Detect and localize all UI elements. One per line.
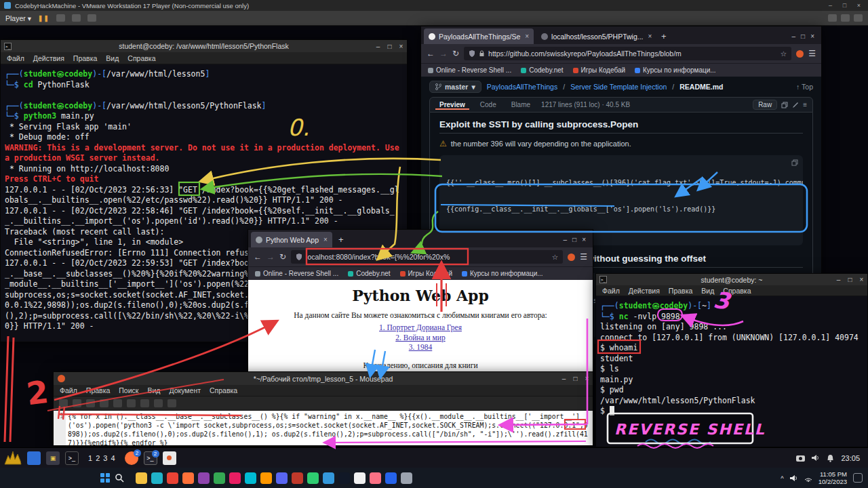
maximize-button[interactable]: □: [801, 33, 805, 40]
minimize-button[interactable]: –: [792, 33, 796, 40]
maximize-button[interactable]: □: [572, 236, 576, 243]
minimize-button[interactable]: –: [372, 43, 384, 50]
workspace-number[interactable]: 1: [88, 454, 92, 462]
bookmark-item[interactable]: Online - Reverse Shell ...: [428, 66, 511, 74]
fullscreen-button[interactable]: [841, 14, 850, 22]
top-link[interactable]: ↑ Top: [796, 83, 813, 91]
tab-localhost-phptwig[interactable]: localhost/lesson5/PHPTwig... ×: [536, 28, 655, 44]
menu-item[interactable]: Справка: [127, 54, 155, 62]
bookmark-item[interactable]: Игры Кодебай: [573, 66, 625, 74]
close-button[interactable]: ×: [856, 276, 867, 283]
undo-icon[interactable]: [100, 399, 108, 407]
edit-pencil-icon[interactable]: [792, 102, 799, 108]
url-bar[interactable]: https://github.com/swisskyrepo/PayloadsA…: [464, 47, 791, 60]
tab-preview[interactable]: Preview: [435, 100, 469, 110]
menu-item[interactable]: Вид: [147, 386, 160, 394]
book-link[interactable]: 1. Портрет Дориана Грея: [248, 323, 593, 333]
new-file-icon[interactable]: [59, 399, 68, 407]
mousepad-taskbar-icon[interactable]: [163, 451, 176, 465]
terminal-taskbar-icon[interactable]: >_ 2: [144, 451, 157, 465]
suspend-button[interactable]: ❚❚: [38, 15, 50, 22]
menu-item[interactable]: Файл: [7, 54, 24, 62]
menu-item[interactable]: Документ: [169, 386, 201, 394]
save-icon[interactable]: [86, 399, 95, 407]
bookmark-star-icon[interactable]: ☆: [781, 49, 787, 58]
maximize-button[interactable]: □: [840, 2, 850, 9]
taskbar-app-icon[interactable]: [338, 472, 350, 484]
outline-icon[interactable]: ≡: [803, 101, 807, 108]
bookmark-item[interactable]: Codeby.net: [521, 66, 563, 74]
taskbar-app-icon[interactable]: [151, 472, 163, 484]
close-button[interactable]: ×: [582, 236, 586, 243]
open-file-icon[interactable]: [73, 399, 81, 407]
ctrl-alt-del-button[interactable]: [56, 14, 65, 22]
minimize-button[interactable]: –: [558, 375, 570, 382]
menu-item[interactable]: Файл: [60, 386, 77, 394]
menu-item[interactable]: Файл: [602, 287, 620, 295]
menu-item[interactable]: Вид: [701, 287, 714, 295]
taskbar-app-icon[interactable]: [136, 472, 147, 484]
new-tab-button[interactable]: +: [658, 31, 670, 41]
close-tab-icon[interactable]: ×: [648, 33, 652, 40]
close-button[interactable]: ×: [810, 33, 814, 40]
back-button[interactable]: ←: [427, 49, 435, 58]
new-tab-button[interactable]: +: [335, 235, 347, 245]
workspace-number[interactable]: 3: [103, 454, 107, 462]
copy-icon[interactable]: [791, 159, 798, 166]
collapse-toolbar-button[interactable]: [854, 14, 863, 22]
menu-item[interactable]: Справка: [210, 386, 237, 394]
menu-item[interactable]: Действия: [629, 287, 660, 295]
menu-item[interactable]: Вид: [106, 54, 119, 62]
close-tab-icon[interactable]: ×: [525, 33, 529, 40]
terminal-nc-titlebar[interactable]: >_ student@codeby: ~ – □ ×: [596, 274, 867, 285]
book-link[interactable]: 2. Война и мир: [248, 333, 593, 343]
settings-button[interactable]: [87, 14, 96, 22]
menu-item[interactable]: Правка: [86, 386, 110, 394]
menu-item[interactable]: Правка: [73, 54, 97, 62]
url-bar[interactable]: localhost:8080/index?book={%%20for%20x% …: [291, 250, 563, 264]
bookmark-star-icon[interactable]: ☆: [552, 253, 558, 261]
files-icon[interactable]: ▣: [46, 451, 60, 465]
menu-icon[interactable]: ☰: [580, 252, 587, 262]
dragon-icon[interactable]: [4, 450, 22, 466]
close-button[interactable]: ×: [395, 43, 407, 50]
workspace-number[interactable]: 2: [96, 454, 100, 462]
menu-item[interactable]: Справка: [723, 287, 751, 295]
volume-icon[interactable]: [790, 474, 798, 482]
taskbar-app-icon[interactable]: [167, 472, 178, 484]
extension-icon[interactable]: [568, 253, 575, 261]
reload-button[interactable]: ↻: [279, 252, 286, 262]
bookmark-item[interactable]: Игры Кодебай: [400, 270, 452, 277]
taskbar-app-icon[interactable]: [385, 472, 397, 484]
close-button[interactable]: ×: [581, 375, 593, 382]
maximize-button[interactable]: □: [844, 276, 856, 283]
taskbar-app-icon[interactable]: [323, 472, 334, 484]
cut-icon[interactable]: [127, 399, 136, 407]
taskbar-app-icon[interactable]: [276, 472, 288, 484]
tab-code[interactable]: Code: [476, 100, 500, 110]
kali-clock[interactable]: 23:05: [841, 454, 860, 462]
taskbar-app-icon[interactable]: [198, 472, 210, 484]
taskbar-app-icon[interactable]: [292, 472, 303, 484]
volume-icon[interactable]: [812, 454, 820, 462]
workspace-switcher[interactable]: 1234: [88, 454, 115, 462]
minimize-button[interactable]: –: [825, 2, 835, 9]
network-icon[interactable]: [804, 474, 812, 482]
reload-button[interactable]: ↻: [452, 49, 459, 58]
redo-icon[interactable]: [113, 399, 122, 407]
close-button[interactable]: ×: [854, 2, 864, 9]
kali-menu-icon[interactable]: [27, 451, 41, 465]
player-menu[interactable]: Player ▾: [5, 14, 31, 22]
menu-item[interactable]: Поиск: [119, 386, 138, 394]
taskbar-app-icon[interactable]: [245, 472, 256, 484]
bookmark-item[interactable]: Codeby.net: [348, 270, 390, 277]
tray-expand-icon[interactable]: ^: [781, 474, 783, 482]
maximize-button[interactable]: □: [384, 43, 395, 50]
firefox-taskbar-icon[interactable]: 2: [125, 451, 138, 465]
tab-python-web-app[interactable]: Python Web App ×: [251, 232, 332, 247]
snapshot-button[interactable]: [72, 14, 81, 22]
raw-button[interactable]: Raw: [753, 100, 777, 110]
menu-icon[interactable]: ☰: [808, 49, 816, 58]
breadcrumb-repo[interactable]: PayloadsAllTheThings: [487, 83, 557, 91]
copy-icon[interactable]: [140, 399, 149, 407]
